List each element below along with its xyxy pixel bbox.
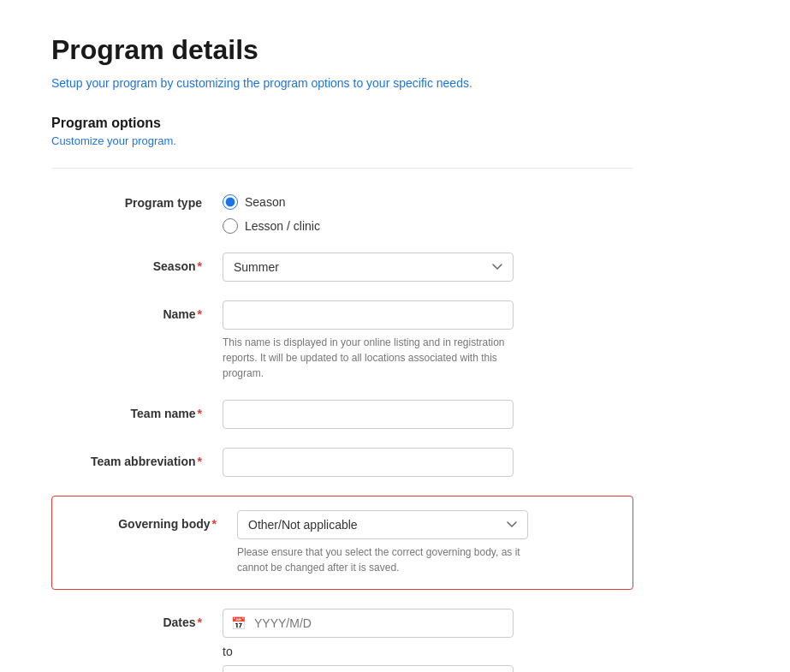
page-subtitle: Setup your program by customizing the pr… xyxy=(51,76,633,90)
team-name-required: * xyxy=(198,407,202,420)
season-select[interactable]: Summer Spring Fall Winter xyxy=(223,253,514,282)
name-required: * xyxy=(198,307,202,321)
date-start-input[interactable] xyxy=(223,609,514,638)
team-abbreviation-field xyxy=(223,448,514,477)
date-start-wrapper: 📅 xyxy=(223,609,514,638)
team-name-label: Team name* xyxy=(51,400,223,420)
radio-season-label: Season xyxy=(245,195,285,209)
radio-lesson[interactable] xyxy=(223,218,238,234)
date-to-label: to xyxy=(223,645,514,658)
calendar-start-icon: 📅 xyxy=(231,616,246,630)
season-row: Season* Summer Spring Fall Winter xyxy=(51,253,633,282)
governing-body-field: Other/Not applicable USA Hockey USA Socc… xyxy=(237,510,528,575)
season-field: Summer Spring Fall Winter xyxy=(223,253,514,282)
team-abbreviation-required: * xyxy=(198,455,202,468)
dates-row: Dates* 📅 to 📅 You can pick registration … xyxy=(51,609,633,672)
dates-required: * xyxy=(198,616,202,629)
name-label: Name* xyxy=(51,300,223,321)
governing-body-section: Governing body* Other/Not applicable USA… xyxy=(51,496,633,590)
team-abbreviation-input[interactable] xyxy=(223,448,514,477)
dates-field: 📅 to 📅 You can pick registration dates l… xyxy=(223,609,514,672)
program-type-radio-group: Season Lesson / clinic xyxy=(223,189,514,234)
governing-body-select[interactable]: Other/Not applicable USA Hockey USA Socc… xyxy=(237,510,528,539)
section-subtitle: Customize your program. xyxy=(51,134,633,147)
date-end-wrapper: 📅 xyxy=(223,665,514,672)
name-hint: This name is displayed in your online li… xyxy=(223,335,514,381)
team-name-input[interactable] xyxy=(223,400,514,429)
governing-body-required: * xyxy=(212,517,217,531)
program-type-field: Season Lesson / clinic xyxy=(223,189,514,234)
program-type-row: Program type Season Lesson / clinic xyxy=(51,189,633,234)
governing-body-row: Governing body* Other/Not applicable USA… xyxy=(66,510,619,575)
season-label: Season* xyxy=(51,253,223,273)
team-abbreviation-label: Team abbreviation* xyxy=(51,448,223,468)
season-required: * xyxy=(198,259,202,273)
name-field: This name is displayed in your online li… xyxy=(223,300,514,381)
name-row: Name* This name is displayed in your onl… xyxy=(51,300,633,381)
name-input[interactable] xyxy=(223,300,514,330)
section-title: Program options xyxy=(51,116,633,131)
radio-option-season[interactable]: Season xyxy=(223,194,514,210)
dates-label: Dates* xyxy=(51,609,223,629)
radio-option-lesson[interactable]: Lesson / clinic xyxy=(223,218,514,234)
page-title: Program details xyxy=(51,34,633,66)
governing-body-label: Governing body* xyxy=(66,510,237,531)
team-name-field xyxy=(223,400,514,429)
section-divider xyxy=(51,168,633,169)
program-type-label: Program type xyxy=(51,189,223,210)
date-end-input[interactable] xyxy=(223,665,514,672)
team-name-row: Team name* xyxy=(51,400,633,429)
governing-body-warning: Please ensure that you select the correc… xyxy=(237,544,528,575)
radio-season[interactable] xyxy=(223,194,238,210)
radio-lesson-label: Lesson / clinic xyxy=(245,219,320,233)
team-abbreviation-row: Team abbreviation* xyxy=(51,448,633,477)
